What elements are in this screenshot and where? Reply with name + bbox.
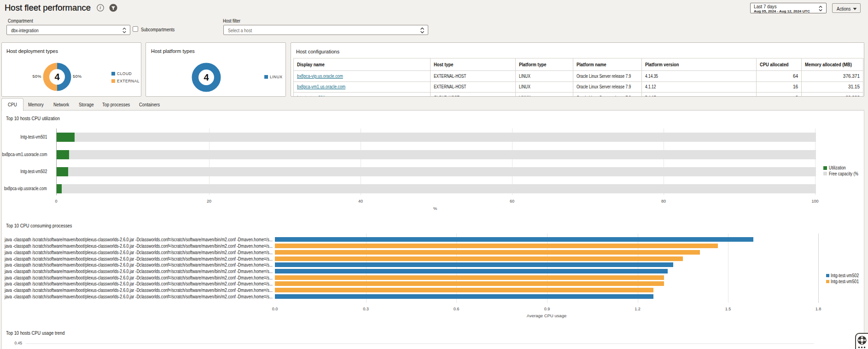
svg-text:4: 4 xyxy=(54,72,60,82)
svg-text:i: i xyxy=(99,5,101,10)
svg-text:4: 4 xyxy=(204,72,209,82)
